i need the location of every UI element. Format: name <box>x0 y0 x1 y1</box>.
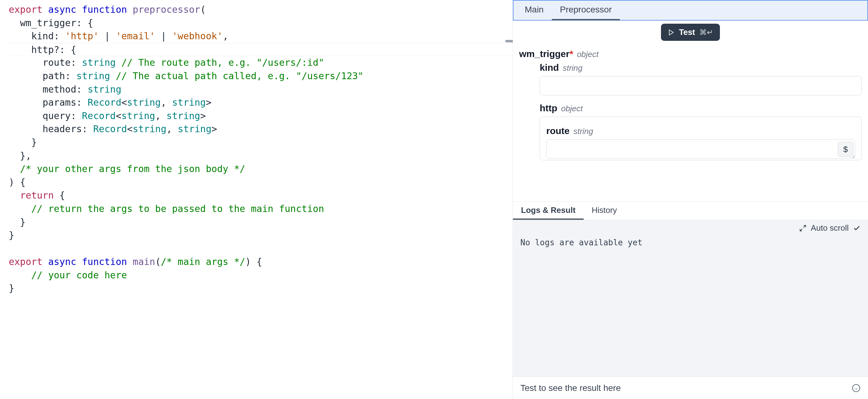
tab-main[interactable]: Main <box>517 0 552 20</box>
code-line[interactable]: headers: Record<string, string> <box>9 123 513 136</box>
field-type-route: string <box>574 127 593 136</box>
autoscroll-toggle[interactable]: Auto scroll <box>513 220 868 236</box>
route-input[interactable] <box>546 139 855 159</box>
logs-area: Auto scroll No logs are available yet <box>513 220 868 376</box>
test-button[interactable]: Test ⌘↵ <box>661 24 720 41</box>
pane-resizer[interactable] <box>505 40 513 42</box>
code-line[interactable]: } <box>9 229 513 242</box>
test-button-row: Test ⌘↵ <box>513 21 868 45</box>
field-http: http object <box>540 103 862 114</box>
code-line[interactable]: } <box>9 282 513 295</box>
result-footer-text: Test to see the result here <box>520 383 621 393</box>
form-area: wm_trigger* object kind string http obje… <box>513 45 868 202</box>
code-line[interactable]: // return the args to be passed to the m… <box>9 202 513 216</box>
field-kind: kind string <box>540 62 862 95</box>
code-line[interactable]: // your code here <box>9 269 513 282</box>
field-type-http: object <box>561 104 583 114</box>
test-button-label: Test <box>679 27 695 37</box>
code-line[interactable]: method: string <box>9 83 513 96</box>
code-line[interactable]: wm_trigger: { <box>9 17 513 30</box>
code-line[interactable] <box>9 242 513 255</box>
http-nested-box: route string $ <box>540 117 862 160</box>
code-line[interactable]: http?: { <box>9 43 513 56</box>
result-footer: Test to see the result here <box>513 376 868 399</box>
code-editor-pane: export async function preprocessor( wm_t… <box>0 0 513 399</box>
tab-history[interactable]: History <box>584 202 625 220</box>
top-tabbar: Main Preprocessor <box>513 0 868 21</box>
code-line[interactable]: query: Record<string, string> <box>9 110 513 123</box>
field-name-http: http <box>540 103 557 114</box>
field-name-route: route <box>546 126 569 136</box>
route-var-button[interactable]: $ <box>838 142 854 157</box>
code-line[interactable]: return { <box>9 189 513 202</box>
bottom-tabbar: Logs & Result History <box>513 202 868 220</box>
right-pane: Main Preprocessor Test ⌘↵ wm_trigger* ob… <box>513 0 868 399</box>
play-icon <box>668 29 675 36</box>
code-line[interactable]: params: Record<string, string> <box>9 96 513 110</box>
field-name-wm-trigger: wm_trigger* <box>519 49 573 59</box>
info-icon[interactable] <box>852 384 861 393</box>
check-icon <box>853 224 861 232</box>
tab-preprocessor[interactable]: Preprocessor <box>552 0 620 20</box>
code-line[interactable]: ) { <box>9 176 513 189</box>
field-name-kind: kind <box>540 62 559 73</box>
tab-logs-result[interactable]: Logs & Result <box>513 202 584 220</box>
field-type-wm-trigger: object <box>577 50 598 59</box>
code-line[interactable]: }, <box>9 149 513 163</box>
kind-input[interactable] <box>540 76 862 95</box>
logs-empty-text: No logs are available yet <box>520 238 642 247</box>
logs-body: No logs are available yet <box>513 236 868 376</box>
code-line[interactable]: export async function main(/* main args … <box>9 255 513 269</box>
autoscroll-label: Auto scroll <box>811 223 849 233</box>
code-line[interactable]: path: string // The actual path called, … <box>9 69 513 83</box>
code-line[interactable]: } <box>9 136 513 149</box>
code-line[interactable]: export async function preprocessor( <box>9 3 513 17</box>
svg-marker-0 <box>669 30 673 35</box>
field-type-kind: string <box>563 63 583 73</box>
code-line[interactable]: route: string // The route path, e.g. "/… <box>9 56 513 69</box>
code-line[interactable]: } <box>9 216 513 229</box>
test-button-shortcut: ⌘↵ <box>699 28 713 37</box>
field-route: route string $ <box>546 126 855 159</box>
code-editor[interactable]: export async function preprocessor( wm_t… <box>0 0 513 298</box>
field-wm-trigger: wm_trigger* object kind string http obje… <box>519 49 862 160</box>
code-line[interactable]: kind: 'http' | 'email' | 'webhook', <box>9 30 513 43</box>
expand-icon <box>799 224 807 232</box>
code-line[interactable]: /* your other args from the json body */ <box>9 162 513 176</box>
